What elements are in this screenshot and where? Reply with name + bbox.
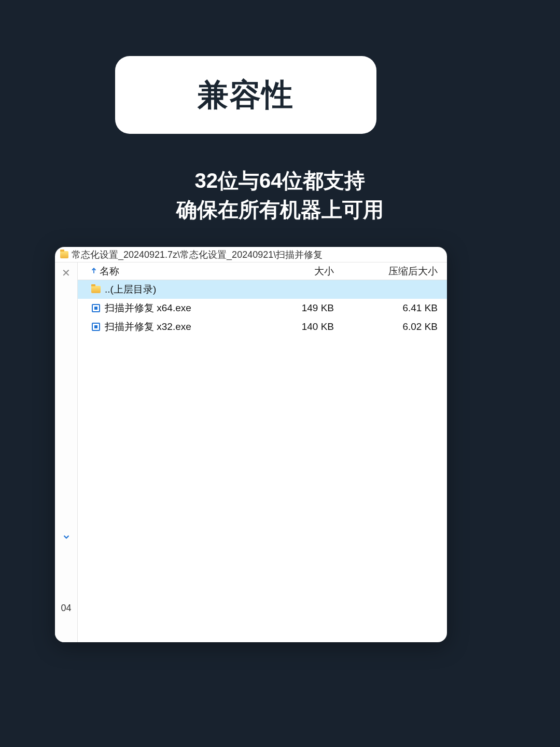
column-size[interactable]: 大小 [265,265,348,278]
file-name: ..(上层目录) [105,283,265,296]
exe-icon [90,304,102,312]
folder-icon [60,251,68,258]
column-headers[interactable]: 名称 大小 压缩后大小 [78,262,447,280]
exe-icon [90,323,102,331]
file-compressed-size: 6.02 KB [348,321,447,333]
table-row[interactable]: ..(上层目录) [78,280,447,299]
close-icon[interactable]: ✕ [62,267,71,279]
column-compressed-size[interactable]: 压缩后大小 [348,265,447,278]
archive-explorer-window: 常态化设置_20240921.7z\常态化设置_20240921\扫描并修复 ✕… [55,247,447,642]
path-bar[interactable]: 常态化设置_20240921.7z\常态化设置_20240921\扫描并修复 [55,247,447,262]
title-card: 兼容性 [115,56,376,134]
page-title: 兼容性 [198,74,294,116]
side-number: 04 [61,603,71,614]
chevron-down-icon[interactable] [62,532,71,544]
sort-asc-icon [90,266,97,277]
table-row[interactable]: 扫描并修复 x32.exe 140 KB 6.02 KB [78,317,447,336]
subtitle-line-2: 确保在所有机器上可用 [0,195,560,224]
subtitle-line-1: 32位与64位都支持 [0,166,560,195]
file-size: 140 KB [265,321,348,333]
table-row[interactable]: 扫描并修复 x64.exe 149 KB 6.41 KB [78,299,447,317]
file-list: 名称 大小 压缩后大小 ..(上层目录) 扫描并修复 x64.exe 149 K… [78,262,447,642]
file-compressed-size: 6.41 KB [348,302,447,314]
column-name[interactable]: 名称 [83,265,265,278]
side-strip: ✕ 04 [55,262,78,642]
folder-icon [90,286,102,293]
file-size: 149 KB [265,302,348,314]
file-name: 扫描并修复 x64.exe [105,301,265,315]
path-text: 常态化设置_20240921.7z\常态化设置_20240921\扫描并修复 [72,248,323,261]
subtitle-block: 32位与64位都支持 确保在所有机器上可用 [0,166,560,224]
file-name: 扫描并修复 x32.exe [105,320,265,334]
